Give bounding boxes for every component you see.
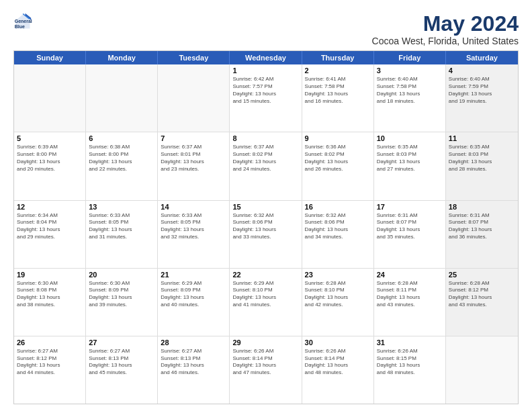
calendar-header-day: Sunday [14,51,86,64]
day-number: 22 [232,271,298,279]
cell-info: Sunrise: 6:26 AM Sunset: 8:14 PM Dayligh… [305,348,371,377]
calendar-cell: 29Sunrise: 6:26 AM Sunset: 8:14 PM Dayli… [230,336,302,404]
calendar-cell: 9Sunrise: 6:36 AM Sunset: 8:02 PM Daylig… [302,132,374,199]
calendar-cell [446,336,518,404]
day-number: 9 [305,134,371,142]
day-number: 27 [89,338,154,347]
day-number: 30 [305,338,371,347]
day-number: 25 [449,271,515,279]
day-number: 4 [449,66,515,75]
day-number: 16 [305,203,371,211]
calendar-cell [158,64,230,132]
day-number: 23 [305,271,371,279]
calendar-cell: 12Sunrise: 6:34 AM Sunset: 8:04 PM Dayli… [14,201,86,268]
cell-info: Sunrise: 6:33 AM Sunset: 8:05 PM Dayligh… [89,212,154,241]
day-number: 13 [89,203,154,211]
cell-info: Sunrise: 6:32 AM Sunset: 8:06 PM Dayligh… [232,212,298,241]
logo: General Blue [13,12,32,31]
svg-text:General: General [15,19,32,24]
cell-info: Sunrise: 6:40 AM Sunset: 7:59 PM Dayligh… [449,76,515,105]
calendar-cell: 28Sunrise: 6:27 AM Sunset: 8:13 PM Dayli… [158,336,230,404]
calendar-header-day: Wednesday [230,51,302,64]
logo-icon: General Blue [13,12,32,31]
cell-info: Sunrise: 6:41 AM Sunset: 7:58 PM Dayligh… [305,76,371,105]
cell-info: Sunrise: 6:26 AM Sunset: 8:14 PM Dayligh… [232,348,298,377]
cell-info: Sunrise: 6:29 AM Sunset: 8:09 PM Dayligh… [161,280,226,309]
cell-info: Sunrise: 6:39 AM Sunset: 8:00 PM Dayligh… [17,144,83,173]
calendar-cell: 7Sunrise: 6:37 AM Sunset: 8:01 PM Daylig… [158,132,230,199]
cell-info: Sunrise: 6:42 AM Sunset: 7:57 PM Dayligh… [232,76,298,105]
day-number: 6 [89,134,154,142]
cell-info: Sunrise: 6:31 AM Sunset: 8:07 PM Dayligh… [377,212,443,241]
calendar-cell: 15Sunrise: 6:32 AM Sunset: 8:06 PM Dayli… [230,201,302,268]
calendar-cell: 4Sunrise: 6:40 AM Sunset: 7:59 PM Daylig… [446,64,518,132]
calendar-header-day: Thursday [302,51,374,64]
calendar-cell: 23Sunrise: 6:28 AM Sunset: 8:10 PM Dayli… [302,269,374,336]
cell-info: Sunrise: 6:28 AM Sunset: 8:11 PM Dayligh… [377,280,443,309]
cell-info: Sunrise: 6:40 AM Sunset: 7:58 PM Dayligh… [377,76,443,105]
page: General Blue May 2024 Cocoa West, Florid… [0,0,532,411]
calendar-cell: 22Sunrise: 6:29 AM Sunset: 8:10 PM Dayli… [230,269,302,336]
calendar-row: 1Sunrise: 6:42 AM Sunset: 7:57 PM Daylig… [14,64,518,132]
calendar-cell: 21Sunrise: 6:29 AM Sunset: 8:09 PM Dayli… [158,269,230,336]
cell-info: Sunrise: 6:38 AM Sunset: 8:00 PM Dayligh… [89,144,154,173]
cell-info: Sunrise: 6:29 AM Sunset: 8:10 PM Dayligh… [232,280,298,309]
calendar-cell [86,64,158,132]
day-number: 21 [161,271,226,279]
calendar-cell: 17Sunrise: 6:31 AM Sunset: 8:07 PM Dayli… [374,201,446,268]
calendar-cell: 26Sunrise: 6:27 AM Sunset: 8:12 PM Dayli… [14,336,86,404]
day-number: 10 [377,134,443,142]
cell-info: Sunrise: 6:30 AM Sunset: 8:08 PM Dayligh… [17,280,83,309]
calendar-header-day: Saturday [446,51,518,64]
calendar-cell: 18Sunrise: 6:31 AM Sunset: 8:07 PM Dayli… [446,201,518,268]
cell-info: Sunrise: 6:35 AM Sunset: 8:03 PM Dayligh… [377,144,443,173]
calendar-row: 12Sunrise: 6:34 AM Sunset: 8:04 PM Dayli… [14,201,518,269]
cell-info: Sunrise: 6:37 AM Sunset: 8:02 PM Dayligh… [232,144,298,173]
day-number: 1 [232,66,298,75]
day-number: 11 [449,134,515,142]
calendar-row: 26Sunrise: 6:27 AM Sunset: 8:12 PM Dayli… [14,336,518,404]
day-number: 29 [232,338,298,347]
day-number: 20 [89,271,154,279]
svg-text:Blue: Blue [15,24,25,29]
cell-info: Sunrise: 6:37 AM Sunset: 8:01 PM Dayligh… [161,144,226,173]
day-number: 31 [377,338,443,347]
calendar-cell: 20Sunrise: 6:30 AM Sunset: 8:09 PM Dayli… [86,269,158,336]
cell-info: Sunrise: 6:34 AM Sunset: 8:04 PM Dayligh… [17,212,83,241]
title-block: May 2024 Cocoa West, Florida, United Sta… [372,12,519,46]
calendar-cell: 6Sunrise: 6:38 AM Sunset: 8:00 PM Daylig… [86,132,158,199]
calendar: SundayMondayTuesdayWednesdayThursdayFrid… [13,50,519,404]
calendar-cell: 27Sunrise: 6:27 AM Sunset: 8:13 PM Dayli… [86,336,158,404]
day-number: 3 [377,66,443,75]
calendar-cell: 1Sunrise: 6:42 AM Sunset: 7:57 PM Daylig… [230,64,302,132]
calendar-cell: 24Sunrise: 6:28 AM Sunset: 8:11 PM Dayli… [374,269,446,336]
calendar-cell: 19Sunrise: 6:30 AM Sunset: 8:08 PM Dayli… [14,269,86,336]
day-number: 18 [449,203,515,211]
calendar-header-day: Monday [86,51,158,64]
header-area: General Blue May 2024 Cocoa West, Florid… [13,12,519,46]
calendar-cell [14,64,86,132]
day-number: 28 [161,338,226,347]
calendar-cell: 3Sunrise: 6:40 AM Sunset: 7:58 PM Daylig… [374,64,446,132]
calendar-header-day: Tuesday [158,51,230,64]
calendar-header-day: Friday [374,51,446,64]
calendar-cell: 30Sunrise: 6:26 AM Sunset: 8:14 PM Dayli… [302,336,374,404]
calendar-cell: 25Sunrise: 6:28 AM Sunset: 8:12 PM Dayli… [446,269,518,336]
cell-info: Sunrise: 6:27 AM Sunset: 8:13 PM Dayligh… [161,348,226,377]
calendar-cell: 16Sunrise: 6:32 AM Sunset: 8:06 PM Dayli… [302,201,374,268]
day-number: 12 [17,203,83,211]
day-number: 2 [305,66,371,75]
calendar-cell: 13Sunrise: 6:33 AM Sunset: 8:05 PM Dayli… [86,201,158,268]
day-number: 24 [377,271,443,279]
cell-info: Sunrise: 6:35 AM Sunset: 8:03 PM Dayligh… [449,144,515,173]
calendar-cell: 14Sunrise: 6:33 AM Sunset: 8:05 PM Dayli… [158,201,230,268]
calendar-row: 5Sunrise: 6:39 AM Sunset: 8:00 PM Daylig… [14,132,518,200]
calendar-cell: 31Sunrise: 6:26 AM Sunset: 8:15 PM Dayli… [374,336,446,404]
calendar-cell: 2Sunrise: 6:41 AM Sunset: 7:58 PM Daylig… [302,64,374,132]
calendar-cell: 5Sunrise: 6:39 AM Sunset: 8:00 PM Daylig… [14,132,86,199]
cell-info: Sunrise: 6:30 AM Sunset: 8:09 PM Dayligh… [89,280,154,309]
cell-info: Sunrise: 6:31 AM Sunset: 8:07 PM Dayligh… [449,212,515,241]
cell-info: Sunrise: 6:28 AM Sunset: 8:10 PM Dayligh… [305,280,371,309]
calendar-body: 1Sunrise: 6:42 AM Sunset: 7:57 PM Daylig… [14,64,518,404]
cell-info: Sunrise: 6:32 AM Sunset: 8:06 PM Dayligh… [305,212,371,241]
